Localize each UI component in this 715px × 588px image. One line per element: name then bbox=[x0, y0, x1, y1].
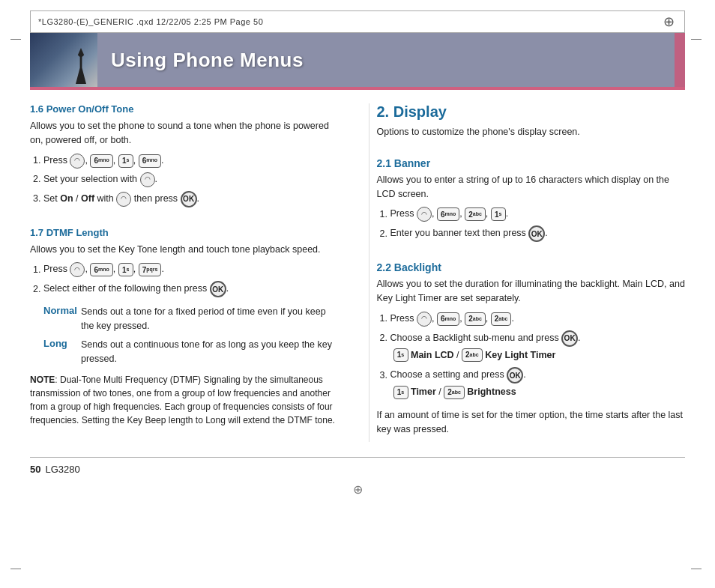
section-17-heading: 1.7 DTMF Length bbox=[30, 227, 339, 238]
key-6a: 6mno bbox=[90, 263, 112, 276]
normal-text: Sends out a tone for a fixed period of t… bbox=[81, 305, 339, 333]
header-photo bbox=[30, 33, 97, 87]
section-16: 1.6 Power On/Off Tone Allows you to set … bbox=[30, 103, 339, 207]
header-accent-bar bbox=[675, 33, 685, 87]
on-label: On bbox=[60, 193, 73, 204]
section-22-para1: Allows you to set the duration for illum… bbox=[377, 277, 686, 306]
key-2c2: 2abc bbox=[491, 312, 512, 326]
section-17-para1: Allows you to set the Key Tone length an… bbox=[30, 243, 339, 257]
normal-item: Normal Sends out a tone for a fixed peri… bbox=[43, 305, 339, 333]
section-16-steps: Press ◠, 6mno, 1s, 6mno. Set your select… bbox=[43, 154, 339, 207]
gap-21-22 bbox=[377, 249, 686, 261]
key-light-label: Key Light Timer bbox=[485, 350, 555, 360]
off-label: Off bbox=[81, 193, 94, 204]
key-1b: 1s bbox=[491, 207, 506, 221]
key-6menu: 6mno bbox=[139, 154, 161, 168]
section-21-step2: Enter you banner text then press OK. bbox=[390, 225, 686, 242]
section-22-para2: If an amount of time is set for the time… bbox=[377, 408, 686, 437]
section-21-heading: 2.1 Banner bbox=[377, 157, 686, 169]
section-16-step3: Set On / Off with ◠ then press OK. bbox=[43, 191, 339, 207]
nav-key-5: ◠ bbox=[417, 207, 432, 222]
crosshair-icon bbox=[660, 13, 677, 30]
bottom-crosshair: ⊕ bbox=[0, 482, 715, 504]
note-label: NOTE bbox=[30, 375, 55, 385]
section-22: 2.2 Backlight Allows you to set the dura… bbox=[377, 261, 686, 436]
long-label: Long bbox=[43, 338, 81, 349]
section-22-step3: Choose a setting and press OK. 1s Timer … bbox=[390, 367, 686, 401]
corner-mark-tl: — bbox=[10, 33, 24, 46]
ok-key-2: OK bbox=[210, 281, 226, 297]
key-1d: 1s bbox=[393, 386, 408, 399]
key-2b: 2abc bbox=[465, 207, 486, 221]
header-title-area: Using Phone Menus bbox=[97, 33, 675, 87]
section-17: 1.7 DTMF Length Allows you to set the Ke… bbox=[30, 227, 339, 428]
key-6mno: 6mno bbox=[90, 154, 112, 168]
key-1a: 1s bbox=[118, 263, 133, 276]
right-column: 2. Display Options to customize the phon… bbox=[369, 103, 686, 442]
corner-mark-br: — bbox=[691, 563, 705, 576]
key-1s: 1s bbox=[118, 154, 133, 168]
corner-mark-bl: — bbox=[10, 563, 24, 576]
nav-key-6: ◠ bbox=[417, 312, 432, 327]
key-7a: 7pqrs bbox=[139, 263, 162, 276]
ok-key-1: OK bbox=[181, 191, 197, 207]
ok-key-4: OK bbox=[561, 330, 578, 347]
key-2c: 2abc bbox=[465, 312, 486, 326]
section-22-step2: Choose a Backlight sub-menu and press OK… bbox=[390, 330, 686, 364]
section-16-para1: Allows you to set the phone to sound a t… bbox=[30, 119, 339, 148]
section-21-para1: Allows you to enter a string of up to 16… bbox=[377, 173, 686, 201]
left-column: 1.6 Power On/Off Tone Allows you to set … bbox=[30, 103, 346, 442]
normal-label: Normal bbox=[43, 305, 81, 316]
gap-1617 bbox=[30, 215, 339, 227]
ok-key-5: OK bbox=[507, 367, 523, 384]
section-17-step2: Select either of the following then pres… bbox=[43, 281, 339, 297]
nav-key-3: ◠ bbox=[116, 192, 131, 207]
nav-key-2: ◠ bbox=[140, 172, 155, 187]
brightness-label: Brightness bbox=[467, 387, 516, 397]
person-silhouette bbox=[70, 48, 91, 84]
section-2-para1: Options to customize the phone's display… bbox=[377, 125, 686, 139]
footer-model: LG3280 bbox=[45, 464, 79, 475]
nav-key-1: ◠ bbox=[70, 154, 85, 169]
main-lcd-label: Main LCD bbox=[411, 350, 454, 360]
section-16-heading: 1.6 Power On/Off Tone bbox=[30, 103, 339, 115]
section-16-step2: Set your selection with ◠. bbox=[43, 172, 339, 187]
key-6b: 6mno bbox=[437, 207, 459, 221]
ok-key-3: OK bbox=[528, 225, 545, 242]
long-item: Long Sends out a continuous tone for as … bbox=[43, 338, 339, 366]
section-2-heading: 2. Display bbox=[377, 103, 686, 121]
key-2e: 2abc bbox=[444, 386, 465, 399]
section-2: 2. Display Options to customize the phon… bbox=[377, 103, 686, 139]
long-text: Sends out a continuous tone for as long … bbox=[81, 338, 339, 366]
header-banner: Using Phone Menus bbox=[30, 33, 685, 87]
normal-long-block: Normal Sends out a tone for a fixed peri… bbox=[43, 305, 339, 366]
section-22-step1: Press ◠, 6mno, 2abc, 2abc. bbox=[390, 312, 686, 327]
timer-label: Timer bbox=[411, 387, 436, 397]
page-title: Using Phone Menus bbox=[111, 49, 304, 72]
key-1c: 1s bbox=[393, 348, 408, 362]
page: — — — — *LG3280-(E)_GENERIC .qxd 12/22/0… bbox=[0, 10, 715, 588]
section-21-step1: Press ◠, 6mno, 2abc, 1s. bbox=[390, 207, 686, 222]
content-area: 1.6 Power On/Off Tone Allows you to set … bbox=[30, 90, 685, 449]
section-17-step1: Press ◠, 6mno, 1s, 7pqrs. bbox=[43, 262, 339, 277]
corner-mark-tr: — bbox=[691, 33, 705, 46]
footer-page-num: 50 bbox=[30, 464, 40, 475]
section-22-steps: Press ◠, 6mno, 2abc, 2abc. Choose a Back… bbox=[390, 312, 686, 401]
note-box: NOTE: Dual-Tone Multi Frequency (DTMF) S… bbox=[30, 373, 339, 427]
note-text: : Dual-Tone Multi Frequency (DTMF) Signa… bbox=[30, 375, 335, 425]
section-21-steps: Press ◠, 6mno, 2abc, 1s. Enter you banne… bbox=[390, 207, 686, 242]
section-17-steps: Press ◠, 6mno, 1s, 7pqrs. Select either … bbox=[43, 262, 339, 297]
footer-bar: 50 LG3280 bbox=[30, 457, 685, 478]
key-6c: 6mno bbox=[437, 312, 459, 326]
key-2d: 2abc bbox=[462, 348, 483, 362]
section-21: 2.1 Banner Allows you to enter a string … bbox=[377, 157, 686, 243]
section-16-step1: Press ◠, 6mno, 1s, 6mno. bbox=[43, 154, 339, 169]
nav-key-4: ◠ bbox=[70, 262, 85, 277]
print-header: *LG3280-(E)_GENERIC .qxd 12/22/05 2:25 P… bbox=[30, 10, 685, 33]
gap-2-21 bbox=[377, 145, 686, 157]
section-22-heading: 2.2 Backlight bbox=[377, 261, 686, 273]
print-header-text: *LG3280-(E)_GENERIC .qxd 12/22/05 2:25 P… bbox=[38, 17, 660, 26]
